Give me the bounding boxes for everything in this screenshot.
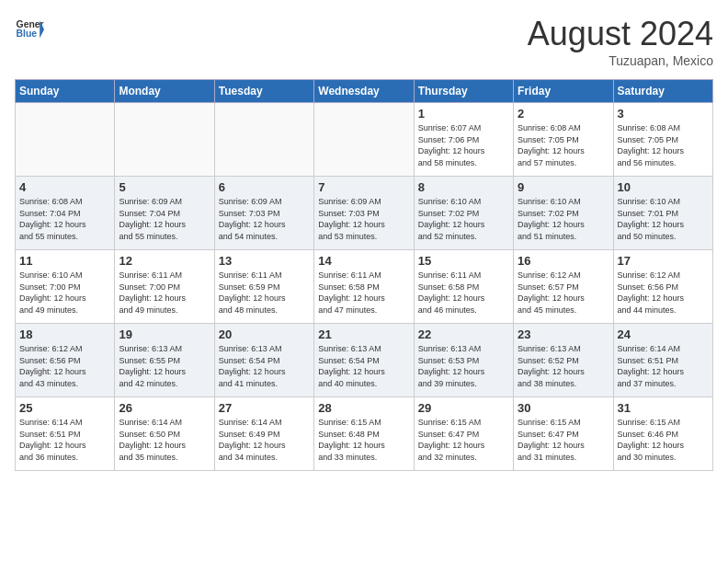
calendar-cell: 19Sunrise: 6:13 AM Sunset: 6:55 PM Dayli… <box>115 324 214 397</box>
day-number: 11 <box>19 254 110 268</box>
logo: General Blue <box>15 15 44 44</box>
calendar-cell: 4Sunrise: 6:08 AM Sunset: 7:04 PM Daylig… <box>16 177 115 250</box>
day-detail: Sunrise: 6:12 AM Sunset: 6:57 PM Dayligh… <box>518 270 609 316</box>
calendar-cell: 22Sunrise: 6:13 AM Sunset: 6:53 PM Dayli… <box>414 324 513 397</box>
calendar-cell: 13Sunrise: 6:11 AM Sunset: 6:59 PM Dayli… <box>214 250 313 324</box>
calendar-cell: 8Sunrise: 6:10 AM Sunset: 7:02 PM Daylig… <box>414 177 513 250</box>
day-number: 9 <box>518 180 609 194</box>
calendar-cell: 9Sunrise: 6:10 AM Sunset: 7:02 PM Daylig… <box>514 177 613 250</box>
svg-text:Blue: Blue <box>17 29 38 39</box>
day-number: 3 <box>618 107 709 121</box>
day-detail: Sunrise: 6:12 AM Sunset: 6:56 PM Dayligh… <box>19 343 110 389</box>
calendar-cell: 31Sunrise: 6:15 AM Sunset: 6:46 PM Dayli… <box>613 397 712 471</box>
day-detail: Sunrise: 6:15 AM Sunset: 6:47 PM Dayligh… <box>418 417 509 463</box>
calendar-cell: 25Sunrise: 6:14 AM Sunset: 6:51 PM Dayli… <box>16 397 115 471</box>
day-detail: Sunrise: 6:09 AM Sunset: 7:03 PM Dayligh… <box>318 196 409 242</box>
calendar-cell <box>314 103 414 177</box>
calendar-cell: 2Sunrise: 6:08 AM Sunset: 7:05 PM Daylig… <box>514 103 613 177</box>
day-number: 23 <box>518 327 609 341</box>
day-number: 16 <box>518 254 609 268</box>
day-detail: Sunrise: 6:13 AM Sunset: 6:54 PM Dayligh… <box>318 343 409 389</box>
calendar-cell: 7Sunrise: 6:09 AM Sunset: 7:03 PM Daylig… <box>314 177 414 250</box>
day-number: 21 <box>318 327 409 341</box>
location: Tuzuapan, Mexico <box>528 53 713 68</box>
day-detail: Sunrise: 6:08 AM Sunset: 7:05 PM Dayligh… <box>518 122 609 168</box>
day-number: 27 <box>219 401 310 415</box>
calendar-cell: 24Sunrise: 6:14 AM Sunset: 6:51 PM Dayli… <box>613 324 712 397</box>
weekday-header: Thursday <box>414 80 513 103</box>
calendar-cell: 30Sunrise: 6:15 AM Sunset: 6:47 PM Dayli… <box>514 397 613 471</box>
calendar-body: 1Sunrise: 6:07 AM Sunset: 7:06 PM Daylig… <box>16 103 713 471</box>
weekday-header: Tuesday <box>214 80 313 103</box>
calendar-cell: 18Sunrise: 6:12 AM Sunset: 6:56 PM Dayli… <box>16 324 115 397</box>
day-detail: Sunrise: 6:13 AM Sunset: 6:55 PM Dayligh… <box>119 343 210 389</box>
calendar-row: 18Sunrise: 6:12 AM Sunset: 6:56 PM Dayli… <box>16 324 713 397</box>
day-detail: Sunrise: 6:15 AM Sunset: 6:46 PM Dayligh… <box>618 417 709 463</box>
day-number: 7 <box>318 180 409 194</box>
day-detail: Sunrise: 6:11 AM Sunset: 7:00 PM Dayligh… <box>119 270 210 316</box>
day-detail: Sunrise: 6:08 AM Sunset: 7:05 PM Dayligh… <box>618 122 709 168</box>
day-number: 19 <box>119 327 210 341</box>
calendar-row: 11Sunrise: 6:10 AM Sunset: 7:00 PM Dayli… <box>16 250 713 324</box>
day-detail: Sunrise: 6:13 AM Sunset: 6:53 PM Dayligh… <box>418 343 509 389</box>
day-number: 13 <box>219 254 310 268</box>
calendar-cell: 28Sunrise: 6:15 AM Sunset: 6:48 PM Dayli… <box>314 397 414 471</box>
calendar-row: 4Sunrise: 6:08 AM Sunset: 7:04 PM Daylig… <box>16 177 713 250</box>
calendar-cell: 17Sunrise: 6:12 AM Sunset: 6:56 PM Dayli… <box>613 250 712 324</box>
calendar-cell: 16Sunrise: 6:12 AM Sunset: 6:57 PM Dayli… <box>514 250 613 324</box>
calendar-cell: 11Sunrise: 6:10 AM Sunset: 7:00 PM Dayli… <box>16 250 115 324</box>
weekday-header: Monday <box>115 80 214 103</box>
day-detail: Sunrise: 6:14 AM Sunset: 6:51 PM Dayligh… <box>618 343 709 389</box>
calendar-cell: 10Sunrise: 6:10 AM Sunset: 7:01 PM Dayli… <box>613 177 712 250</box>
day-number: 4 <box>19 180 110 194</box>
calendar-cell: 14Sunrise: 6:11 AM Sunset: 6:58 PM Dayli… <box>314 250 414 324</box>
calendar-cell: 1Sunrise: 6:07 AM Sunset: 7:06 PM Daylig… <box>414 103 513 177</box>
calendar-cell: 23Sunrise: 6:13 AM Sunset: 6:52 PM Dayli… <box>514 324 613 397</box>
day-number: 29 <box>418 401 509 415</box>
calendar-cell: 15Sunrise: 6:11 AM Sunset: 6:58 PM Dayli… <box>414 250 513 324</box>
day-detail: Sunrise: 6:07 AM Sunset: 7:06 PM Dayligh… <box>418 122 509 168</box>
calendar-cell: 12Sunrise: 6:11 AM Sunset: 7:00 PM Dayli… <box>115 250 214 324</box>
day-detail: Sunrise: 6:11 AM Sunset: 6:58 PM Dayligh… <box>418 270 509 316</box>
calendar-cell: 3Sunrise: 6:08 AM Sunset: 7:05 PM Daylig… <box>613 103 712 177</box>
day-detail: Sunrise: 6:09 AM Sunset: 7:03 PM Dayligh… <box>219 196 310 242</box>
day-detail: Sunrise: 6:14 AM Sunset: 6:51 PM Dayligh… <box>19 417 110 463</box>
calendar-cell <box>214 103 313 177</box>
day-number: 30 <box>518 401 609 415</box>
day-number: 6 <box>219 180 310 194</box>
day-number: 5 <box>119 180 210 194</box>
weekday-header: Wednesday <box>314 80 414 103</box>
day-number: 31 <box>618 401 709 415</box>
day-detail: Sunrise: 6:11 AM Sunset: 6:59 PM Dayligh… <box>219 270 310 316</box>
day-number: 22 <box>418 327 509 341</box>
day-number: 17 <box>618 254 709 268</box>
day-detail: Sunrise: 6:09 AM Sunset: 7:04 PM Dayligh… <box>119 196 210 242</box>
day-number: 8 <box>418 180 509 194</box>
day-detail: Sunrise: 6:14 AM Sunset: 6:50 PM Dayligh… <box>119 417 210 463</box>
calendar-cell <box>16 103 115 177</box>
calendar-header-row: SundayMondayTuesdayWednesdayThursdayFrid… <box>16 80 713 103</box>
logo-icon: General Blue <box>15 15 44 44</box>
day-detail: Sunrise: 6:12 AM Sunset: 6:56 PM Dayligh… <box>618 270 709 316</box>
day-detail: Sunrise: 6:15 AM Sunset: 6:47 PM Dayligh… <box>518 417 609 463</box>
day-detail: Sunrise: 6:14 AM Sunset: 6:49 PM Dayligh… <box>219 417 310 463</box>
day-number: 18 <box>19 327 110 341</box>
day-detail: Sunrise: 6:10 AM Sunset: 7:00 PM Dayligh… <box>19 270 110 316</box>
calendar-cell: 5Sunrise: 6:09 AM Sunset: 7:04 PM Daylig… <box>115 177 214 250</box>
day-number: 10 <box>618 180 709 194</box>
month-year: August 2024 <box>528 15 713 53</box>
day-number: 25 <box>19 401 110 415</box>
calendar-cell: 21Sunrise: 6:13 AM Sunset: 6:54 PM Dayli… <box>314 324 414 397</box>
day-detail: Sunrise: 6:11 AM Sunset: 6:58 PM Dayligh… <box>318 270 409 316</box>
weekday-header: Sunday <box>16 80 115 103</box>
day-number: 2 <box>518 107 609 121</box>
calendar-row: 25Sunrise: 6:14 AM Sunset: 6:51 PM Dayli… <box>16 397 713 471</box>
day-number: 28 <box>318 401 409 415</box>
calendar-cell: 29Sunrise: 6:15 AM Sunset: 6:47 PM Dayli… <box>414 397 513 471</box>
day-detail: Sunrise: 6:10 AM Sunset: 7:01 PM Dayligh… <box>618 196 709 242</box>
calendar-cell: 26Sunrise: 6:14 AM Sunset: 6:50 PM Dayli… <box>115 397 214 471</box>
day-number: 24 <box>618 327 709 341</box>
day-number: 14 <box>318 254 409 268</box>
day-number: 20 <box>219 327 310 341</box>
calendar-cell <box>115 103 214 177</box>
